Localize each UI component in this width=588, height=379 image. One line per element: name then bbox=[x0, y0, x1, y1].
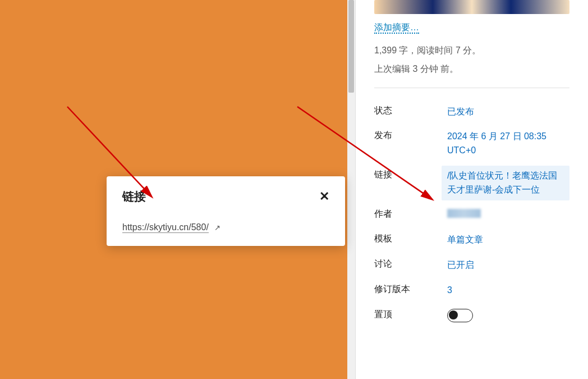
featured-image-thumbnail[interactable] bbox=[374, 0, 569, 14]
scrollbar-track[interactable] bbox=[347, 0, 355, 379]
external-link-icon[interactable]: ↗ bbox=[214, 223, 220, 232]
template-value: 单篇文章 bbox=[447, 233, 569, 247]
scrollbar-thumb[interactable] bbox=[348, 0, 354, 93]
post-settings-sidebar: 添加摘要… 1,399 字，阅读时间 7 分。 上次编辑 3 分钟 前。 状态 … bbox=[355, 0, 588, 379]
close-icon[interactable]: ✕ bbox=[319, 190, 329, 203]
word-count-text: 1,399 字，阅读时间 7 分。 bbox=[374, 44, 569, 58]
add-summary-link[interactable]: 添加摘要… bbox=[374, 22, 419, 34]
template-row[interactable]: 模板 单篇文章 bbox=[374, 227, 569, 253]
status-label: 状态 bbox=[374, 105, 447, 117]
discussion-label: 讨论 bbox=[374, 258, 447, 270]
sticky-row: 置顶 bbox=[374, 303, 569, 328]
discussion-row[interactable]: 讨论 已开启 bbox=[374, 253, 569, 278]
link-popover-title: 链接 bbox=[122, 189, 146, 204]
revisions-row[interactable]: 修订版本 3 bbox=[374, 278, 569, 303]
sticky-label: 置顶 bbox=[374, 309, 447, 321]
divider bbox=[374, 88, 569, 88]
publish-value: 2024 年 6 月 27 日 08:35 UTC+0 bbox=[447, 130, 569, 158]
author-blurred bbox=[447, 209, 481, 218]
status-row[interactable]: 状态 已发布 bbox=[374, 99, 569, 125]
link-value: /队史首位状元！老鹰选法国天才里萨谢-会成下一位 bbox=[442, 166, 569, 200]
publish-row[interactable]: 发布 2024 年 6 月 27 日 08:35 UTC+0 bbox=[374, 124, 569, 163]
author-label: 作者 bbox=[374, 208, 447, 220]
link-label: 链接 bbox=[374, 169, 447, 181]
link-row[interactable]: 链接 /队史首位状元！老鹰选法国天才里萨谢-会成下一位 bbox=[374, 163, 569, 203]
link-popover: 链接 ✕ https://skytiyu.cn/580/ ↗ bbox=[107, 176, 345, 246]
template-label: 模板 bbox=[374, 233, 447, 245]
revisions-label: 修订版本 bbox=[374, 284, 447, 295]
link-url[interactable]: https://skytiyu.cn/580/ bbox=[122, 222, 209, 233]
author-row[interactable]: 作者 bbox=[374, 203, 569, 228]
author-value bbox=[447, 208, 569, 222]
sticky-toggle[interactable] bbox=[447, 309, 473, 322]
last-edited-text: 上次编辑 3 分钟 前。 bbox=[374, 62, 569, 76]
publish-label: 发布 bbox=[374, 130, 447, 141]
revisions-value: 3 bbox=[447, 284, 569, 298]
status-value: 已发布 bbox=[447, 105, 569, 119]
toggle-knob bbox=[449, 310, 458, 319]
discussion-value: 已开启 bbox=[447, 258, 569, 272]
